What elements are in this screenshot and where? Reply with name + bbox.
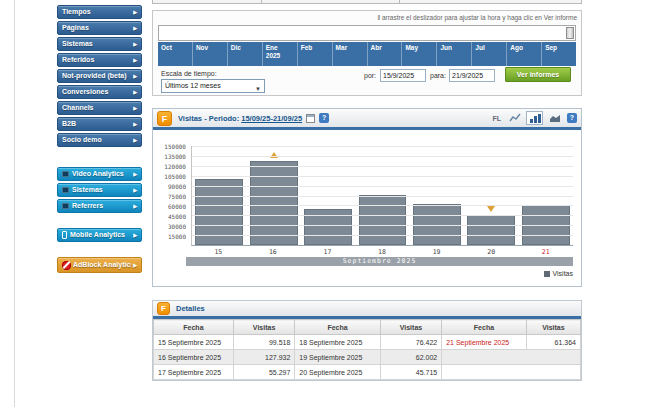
y-tick-label: 30000 [168,223,186,230]
calendar-icon[interactable] [306,114,315,123]
month-cell-mar[interactable]: Mar [332,42,367,66]
time-slider-handle[interactable] [566,27,574,39]
details-panel-title: Detalles [176,304,205,313]
sidebar-item-not-provided-beta[interactable]: Not-provided (beta)▶ [57,69,142,83]
gridline [192,186,573,187]
time-slider-track[interactable] [158,25,576,41]
help-icon[interactable]: ? [567,113,577,123]
adblock-ban-icon [62,261,71,270]
min-marker-icon [487,206,495,212]
cell-visitas: 99.518 [233,335,294,350]
y-tick-label: 15000 [168,233,186,240]
main-content: ‖ arrastre el deslizador para ajustar la… [152,0,582,407]
chevron-right-icon: ▶ [133,38,137,50]
gridline [192,196,573,197]
gridline [192,146,573,147]
sidebar-item-video-analytics[interactable]: Video Analytics▶ [57,167,142,181]
chevron-right-icon: ▶ [133,6,137,18]
y-tick-label: 45000 [168,213,186,220]
month-label: Ene [266,44,278,51]
sidebar-item-conversiones[interactable]: Conversiones▶ [57,85,142,99]
month-label: Sep [545,44,557,51]
left-divider [14,0,15,407]
month-cell-may[interactable]: May [401,42,436,66]
systems-icon [62,187,69,193]
sidebar-item-p-ginas[interactable]: Páginas▶ [57,21,142,35]
from-date-input[interactable] [380,69,426,82]
sidebar-item-channels[interactable]: Channels▶ [57,101,142,115]
sidebar-item-label: Not-provided (beta) [62,70,131,82]
cell-visitas: 127.932 [233,350,294,365]
month-cell-ene[interactable]: Ene2025 [262,42,297,66]
column-header-fecha: Fecha [442,320,527,335]
cell-fecha: 21 Septiembre 2025 [442,335,527,350]
sidebar-item-label: Video Analytics [72,168,131,180]
chart-panel-header: F Visitas - Periodo: 15/09/25-21/09/25 ?… [153,109,581,130]
fl-toggle[interactable]: FL [492,115,501,122]
bar-visitas-18[interactable] [359,195,407,245]
chevron-right-icon: ▶ [133,102,137,114]
chart-title-text: Visitas - Periodo: [178,114,239,123]
x-tick-label: 19 [409,248,464,256]
bar-visitas-17[interactable] [304,209,352,245]
gridline [192,156,573,157]
y-tick-label: 75000 [168,193,186,200]
sidebar-item-label: Páginas [62,22,131,34]
sidebar-analytics-group: Video Analytics▶Sistemas▶Referrers▶ [57,167,142,215]
bar-chart-icon[interactable] [526,111,543,125]
details-panel-header: F Detalles [153,301,581,319]
chevron-right-icon: ▶ [133,22,137,34]
month-cell-sep[interactable]: Sep [541,42,576,66]
sidebar-item-sistemas[interactable]: Sistemas▶ [57,183,142,197]
month-label: Mar [336,44,348,51]
column-header-fecha: Fecha [295,320,380,335]
sidebar-item-referrers[interactable]: Referrers▶ [57,199,142,213]
period-link[interactable]: 15/09/25-21/09/25 [241,114,302,123]
sidebar-item-socio-demo[interactable]: Socio demo▶ [57,133,142,147]
line-chart-icon[interactable] [506,111,523,125]
month-cell-jun[interactable]: Jun [436,42,471,66]
to-date-input[interactable] [449,69,495,82]
details-table: FechaVisitasFechaVisitasFechaVisitas 15 … [153,319,581,380]
month-cell-nov[interactable]: Nov [192,42,227,66]
sidebar-item-b2b[interactable]: B2B▶ [57,117,142,131]
sidebar-item-tiempos[interactable]: Tiempos▶ [57,5,142,19]
help-icon[interactable]: ? [319,113,329,123]
legend-swatch [544,271,550,277]
month-cell-oct[interactable]: Oct [158,42,192,66]
column-header-visitas: Visitas [380,320,441,335]
gridline [192,225,573,226]
details-panel: F Detalles FechaVisitasFechaVisitasFecha… [152,300,582,381]
month-cell-jul[interactable]: Jul [471,42,506,66]
sidebar-item-label: B2B [62,118,131,130]
view-reports-button[interactable]: Ver informes [505,67,571,82]
cell-visitas: 45.715 [380,365,441,380]
cell-fecha: 17 Septiembre 2025 [154,365,234,380]
fusion-logo-icon: F [157,111,172,126]
area-chart-icon[interactable] [546,111,563,125]
video-analytics-icon [62,171,69,177]
month-cell-abr[interactable]: Abr [367,42,402,66]
bar-visitas-16[interactable] [250,161,298,245]
table-row: 16 Septiembre 2025127.93219 Septiembre 2… [154,350,581,365]
sidebar-item-sistemas[interactable]: Sistemas▶ [57,37,142,51]
cell-visitas: 62.002 [380,350,441,365]
bar-visitas-20[interactable] [467,215,515,245]
cell-fecha: 20 Septiembre 2025 [295,365,380,380]
cell-visitas: 55.297 [233,365,294,380]
sidebar-main-group: Tiempos▶Páginas▶Sistemas▶Referidos▶Not-p… [57,5,142,149]
month-cell-feb[interactable]: Feb [297,42,332,66]
month-label: Jul [475,44,484,51]
x-tick-label: 16 [246,248,301,256]
sidebar-item-label: Mobile Analytics [70,229,131,241]
month-cell-dic[interactable]: Dic [227,42,262,66]
sidebar-item-mobile-analytics[interactable]: Mobile Analytics ▶ [57,228,142,242]
month-label: Ago [510,44,523,51]
cell-visitas: 61.364 [526,335,580,350]
sidebar-item-adblock-analytics[interactable]: AdBlock Analytics ▶ [57,257,142,273]
y-tick-label: 135000 [164,153,186,160]
time-scale-select[interactable]: Últimos 12 meses ▼ [161,79,265,93]
sidebar-item-referidos[interactable]: Referidos▶ [57,53,142,67]
month-cell-ago[interactable]: Ago [506,42,541,66]
sidebar-item-label: Tiempos [62,6,131,18]
